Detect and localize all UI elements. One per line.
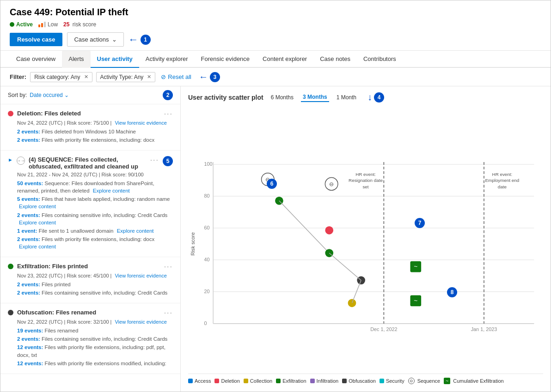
resolve-case-button[interactable]: Resolve case [10, 33, 62, 46]
scatter-point-deletion-1[interactable] [325, 226, 333, 235]
deletion-more-button[interactable]: ··· [164, 110, 173, 118]
tab-user-activity[interactable]: User activity [91, 51, 139, 68]
legend-sequence: ⊖ Sequence [408, 378, 441, 384]
svg-line-25 [329, 253, 361, 280]
sort-label: Sort by: [8, 92, 27, 98]
case-title: Case 449: Potential IP theft [10, 7, 541, 18]
seq-event-3-link[interactable]: Explore content [19, 220, 56, 225]
tab-forensic-evidence[interactable]: Forensic evidence [195, 51, 257, 68]
risk-bars [38, 22, 46, 27]
svg-text:0: 0 [204, 320, 207, 326]
scatter-plot-title: User activity scatter plot [188, 94, 263, 101]
tab-case-overview[interactable]: Case overview [10, 51, 62, 68]
activity-item-deletion: Deletion: Files deleted ··· Nov 24, 2022… [0, 104, 180, 151]
seq-event-1-link[interactable]: Explore content [93, 188, 130, 193]
status-dot [10, 22, 14, 27]
sequence-more-button[interactable]: ··· [150, 156, 159, 164]
case-actions-button[interactable]: Case actions ⌄ [67, 32, 123, 47]
tab-content-explorer[interactable]: Content explorer [256, 51, 313, 68]
annotation-6-badge: 6 [267, 179, 277, 189]
annotation-8-badge: 8 [447, 287, 457, 297]
deletion-event-1: 2 events: Files deleted from Windows 10 … [17, 128, 173, 135]
exfiltration-title: Exfiltration: Files printed [17, 263, 160, 270]
sequence-title: (4) SEQUENCE: Files collected, obfuscate… [29, 156, 147, 170]
tabs-bar: Case overview Alerts User activity Activ… [0, 51, 551, 68]
sort-value-button[interactable]: Date occured ⌄ [30, 92, 68, 98]
svg-text:20: 20 [204, 289, 209, 294]
deletion-title: Deletion: Files deleted [17, 110, 160, 117]
legend-infiltration: Infiltration [310, 378, 339, 384]
legend-access: Access [188, 378, 211, 384]
legend-access-color [188, 379, 193, 383]
time-3months-button[interactable]: 3 Months [301, 93, 329, 102]
reset-all-button[interactable]: ⊘ Reset all [161, 73, 191, 80]
svg-text:HR event:: HR event: [492, 172, 513, 177]
svg-text:⊖: ⊖ [329, 181, 334, 187]
exfil-event-1: 2 events: Files printed [17, 281, 173, 288]
deletion-event-2: 2 events: Files with priority file exten… [17, 136, 173, 144]
risk-score: 25 risk score [63, 21, 96, 28]
obfuscation-title: Obfuscation: Files renamed [17, 309, 160, 316]
seq-event-2-link[interactable]: Explore content [19, 204, 56, 209]
exfiltration-more-button[interactable]: ··· [164, 263, 173, 271]
deletion-forensic-link[interactable]: View forensic evidence [115, 120, 166, 126]
tab-case-notes[interactable]: Case notes [313, 51, 357, 68]
seq-event-4: 1 event: File sent to 1 unallowed domain… [17, 227, 173, 235]
filter-label: Filter: [10, 73, 26, 80]
annotation-3-badge: 3 [210, 72, 220, 82]
annotation-4-arrow-icon: ↓ [367, 92, 372, 103]
seq-event-5: 2 events: Files with priority file exten… [17, 235, 173, 250]
legend-cumulative: ~ Cumulative Exfiltration [444, 378, 503, 384]
tab-contributors[interactable]: Contributors [357, 51, 403, 68]
legend-infiltration-color [310, 379, 315, 383]
activity-item-exfiltration: Exfiltration: Files printed ··· Nov 23, … [0, 257, 180, 303]
sort-chevron-icon: ⌄ [64, 92, 69, 98]
risk-category-remove-icon[interactable]: ✕ [84, 74, 88, 80]
scatter-header: User activity scatter plot 6 Months 3 Mo… [188, 92, 543, 103]
scatter-svg: Risk score 0 20 40 60 80 100 [188, 107, 543, 372]
tab-alerts[interactable]: Alerts [62, 51, 90, 68]
status-badge: Active [10, 21, 33, 28]
scatter-plot-area: Risk score 0 20 40 60 80 100 [188, 107, 543, 372]
svg-text:Dec 1, 2022: Dec 1, 2022 [370, 326, 397, 332]
sequence-icon: →→ [17, 157, 25, 165]
obfuscation-more-button[interactable]: ··· [164, 309, 173, 317]
exfiltration-forensic-link[interactable]: View forensic evidence [115, 273, 166, 278]
seq-event-5-link[interactable]: Explore content [19, 244, 56, 249]
svg-text:set: set [362, 184, 368, 189]
svg-text:date: date [498, 184, 507, 189]
legend-collection: Collection [244, 378, 272, 384]
legend-obfuscation-color [342, 379, 347, 383]
time-6months-button[interactable]: 6 Months [269, 93, 295, 102]
scatter-point-collection-1[interactable] [348, 299, 356, 307]
obfuscation-dot [8, 310, 13, 315]
svg-text:100: 100 [204, 161, 212, 167]
sequence-expand-icon[interactable]: ► [8, 157, 13, 163]
obfuscation-forensic-link[interactable]: View forensic evidence [115, 319, 166, 325]
seq-event-4-link[interactable]: Explore content [117, 228, 154, 234]
chevron-down-icon: ⌄ [112, 36, 117, 43]
annotation-1-area: ← 1 [129, 34, 151, 46]
tab-activity-explorer[interactable]: Activity explorer [139, 51, 195, 68]
right-panel: User activity scatter plot 6 Months 3 Mo… [181, 86, 551, 392]
annotation-4-badge: 4 [374, 92, 384, 103]
seq-event-2: 5 events: Files that have labels applied… [17, 195, 173, 210]
activity-item-sequence: ► →→ (4) SEQUENCE: Files collected, obfu… [0, 151, 180, 257]
legend-collection-color [244, 379, 248, 383]
annotation-7-badge: 7 [415, 218, 425, 228]
left-panel: Sort by: Date occured ⌄ 2 Deletion: File… [0, 86, 181, 392]
activity-type-remove-icon[interactable]: ✕ [147, 74, 151, 80]
annotation-2-badge: 2 [163, 90, 173, 100]
svg-line-24 [279, 201, 329, 253]
svg-text:~: ~ [414, 264, 417, 271]
legend-deletion: Deletion [214, 378, 239, 384]
activity-item-obfuscation: Obfuscation: Files renamed ··· Nov 22, 2… [0, 303, 180, 374]
annotation-3-area: ← 3 [199, 72, 220, 82]
legend-obfuscation: Obfuscation [342, 378, 376, 384]
svg-text:HR event:: HR event: [355, 172, 376, 177]
risk-category-chip[interactable]: Risk category: Any ✕ [30, 72, 92, 82]
activity-type-chip[interactable]: Activity Type: Any ✕ [96, 72, 156, 82]
legend-cumulative-icon: ~ [444, 378, 450, 384]
time-1month-button[interactable]: 1 Month [335, 93, 358, 102]
svg-text:40: 40 [204, 257, 209, 262]
